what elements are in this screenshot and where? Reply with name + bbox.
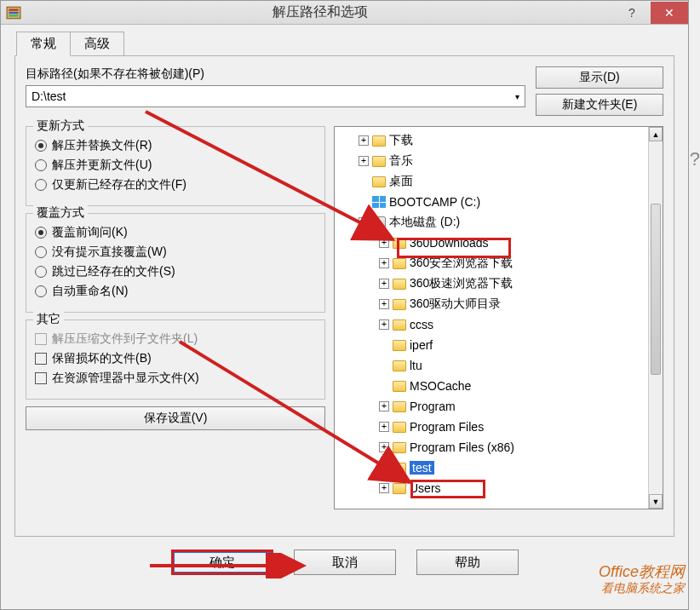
tree-item[interactable]: 360Downloads — [335, 233, 663, 253]
overwrite-mode-title: 覆盖方式 — [33, 205, 88, 221]
svg-rect-3 — [9, 14, 18, 16]
tree-item[interactable]: Program — [335, 396, 663, 417]
tree-item[interactable]: iperf — [335, 335, 663, 355]
tree-item[interactable]: test — [335, 458, 663, 478]
collapse-icon[interactable] — [359, 217, 369, 227]
svg-rect-1 — [9, 9, 18, 10]
tree-item[interactable]: 桌面 — [335, 171, 663, 192]
help-button[interactable]: 帮助 — [416, 550, 519, 575]
folder-icon — [393, 238, 406, 249]
radio-existing-only[interactable] — [35, 179, 47, 191]
scrollbar[interactable]: ▲ ▼ — [648, 127, 663, 509]
folder-icon — [393, 279, 406, 290]
check-keep-broken-label: 保留损坏的文件(B) — [52, 351, 152, 366]
ok-button[interactable]: 确定 — [171, 550, 273, 575]
check-show-explorer-label: 在资源管理器中显示文件(X) — [52, 371, 199, 386]
expand-icon[interactable] — [379, 319, 389, 330]
expand-icon[interactable] — [379, 442, 389, 452]
scroll-down-button[interactable]: ▼ — [649, 494, 663, 509]
tree-item[interactable]: 下载 — [335, 130, 663, 151]
radio-replace[interactable] — [35, 140, 47, 152]
expand-icon[interactable] — [379, 279, 389, 289]
tree-item-label: 360驱动大师目录 — [410, 296, 501, 312]
scroll-up-button[interactable]: ▲ — [649, 127, 663, 141]
no-expand — [379, 463, 389, 473]
tree-item[interactable]: ccss — [335, 314, 663, 335]
tree-item-label: Program Files (x86) — [410, 440, 514, 454]
chevron-down-icon: ▾ — [515, 92, 519, 101]
expand-icon[interactable] — [379, 258, 389, 268]
tree-item-label: BOOTCAMP (C:) — [389, 195, 480, 209]
expand-icon[interactable] — [359, 135, 369, 146]
tree-item-label: ltu — [410, 359, 422, 372]
tab-advanced[interactable]: 高级 — [70, 32, 124, 56]
overwrite-mode-group: 覆盖方式 覆盖前询问(K) 没有提示直接覆盖(W) 跳过已经存在的文件(S) 自… — [26, 213, 325, 313]
expand-icon[interactable] — [379, 401, 389, 411]
check-subfolder — [35, 333, 47, 345]
tree-item-label: ccss — [410, 318, 433, 331]
external-question-mark: ? — [690, 148, 700, 170]
tab-strip: 常规 高级 — [16, 32, 688, 56]
titlebar-close-button[interactable]: ✕ — [651, 2, 688, 24]
tree-item-label: test — [410, 461, 434, 475]
no-expand — [379, 340, 389, 350]
radio-update-new[interactable] — [35, 159, 47, 171]
tree-item[interactable]: BOOTCAMP (C:) — [335, 192, 663, 212]
check-keep-broken[interactable] — [35, 353, 47, 365]
tree-item[interactable]: 360驱动大师目录 — [335, 294, 663, 314]
tree-item[interactable]: 本地磁盘 (D:) — [335, 212, 663, 233]
tree-item[interactable]: 360安全浏览器下载 — [335, 253, 663, 273]
show-button[interactable]: 显示(D) — [536, 66, 663, 89]
drive-icon — [372, 216, 386, 228]
tree-item[interactable]: 音乐 — [335, 151, 663, 171]
radio-skip[interactable] — [35, 266, 47, 278]
folder-icon — [393, 299, 406, 310]
no-expand — [379, 381, 389, 391]
tree-item[interactable]: Program Files — [335, 417, 663, 437]
tree-item[interactable]: Users — [335, 478, 663, 498]
tab-general[interactable]: 常规 — [16, 32, 71, 56]
folder-icon — [393, 360, 406, 371]
radio-ask[interactable] — [35, 227, 47, 239]
tree-item-label: 360Downloads — [410, 236, 489, 250]
titlebar: 解压路径和选项 ? ✕ — [1, 1, 688, 25]
scroll-thumb[interactable] — [651, 204, 661, 376]
expand-icon[interactable] — [379, 238, 389, 248]
folder-icon — [372, 135, 386, 147]
tree-item-label: 360极速浏览器下载 — [410, 276, 513, 291]
save-settings-button[interactable]: 保存设置(V) — [26, 406, 325, 430]
radio-update-new-label: 解压并更新文件(U) — [52, 158, 152, 173]
check-subfolder-label: 解压压缩文件到子文件夹(L) — [52, 331, 198, 347]
folder-tree[interactable]: 下载音乐桌面BOOTCAMP (C:)本地磁盘 (D:)360Downloads… — [334, 126, 663, 509]
folder-icon — [393, 319, 406, 331]
radio-auto-rename[interactable] — [35, 285, 47, 297]
extract-dialog: 解压路径和选项 ? ✕ 常规 高级 目标路径(如果不存在将被创建)(P) D:\… — [0, 0, 689, 610]
watermark: Office教程网 看电脑系统之家 — [599, 563, 685, 596]
app-icon — [6, 5, 21, 20]
expand-icon[interactable] — [359, 156, 369, 166]
titlebar-help-button[interactable]: ? — [613, 2, 651, 24]
destination-path-value: D:\test — [32, 89, 66, 103]
folder-icon — [393, 422, 406, 433]
other-title: 其它 — [33, 312, 64, 327]
tree-item[interactable]: 360极速浏览器下载 — [335, 273, 663, 294]
destination-path-combo[interactable]: D:\test ▾ — [26, 85, 525, 107]
tree-item[interactable]: MSOCache — [335, 376, 663, 396]
folder-icon — [393, 401, 406, 412]
radio-no-prompt[interactable] — [35, 246, 47, 258]
expand-icon[interactable] — [379, 299, 389, 309]
check-show-explorer[interactable] — [35, 372, 47, 384]
tree-item[interactable]: ltu — [335, 355, 663, 376]
dialog-buttons: 确定 取消 帮助 — [1, 550, 688, 575]
destination-path-label: 目标路径(如果不存在将被创建)(P) — [26, 66, 525, 82]
new-folder-button[interactable]: 新建文件夹(E) — [536, 94, 663, 116]
update-mode-title: 更新方式 — [33, 118, 88, 134]
expand-icon[interactable] — [379, 422, 389, 432]
cancel-button[interactable]: 取消 — [294, 550, 396, 575]
tree-item[interactable]: Program Files (x86) — [335, 437, 663, 458]
radio-existing-only-label: 仅更新已经存在的文件(F) — [52, 177, 186, 193]
radio-replace-label: 解压并替换文件(R) — [52, 138, 152, 153]
no-expand — [379, 360, 389, 371]
folder-icon — [372, 156, 386, 167]
expand-icon[interactable] — [379, 483, 389, 493]
